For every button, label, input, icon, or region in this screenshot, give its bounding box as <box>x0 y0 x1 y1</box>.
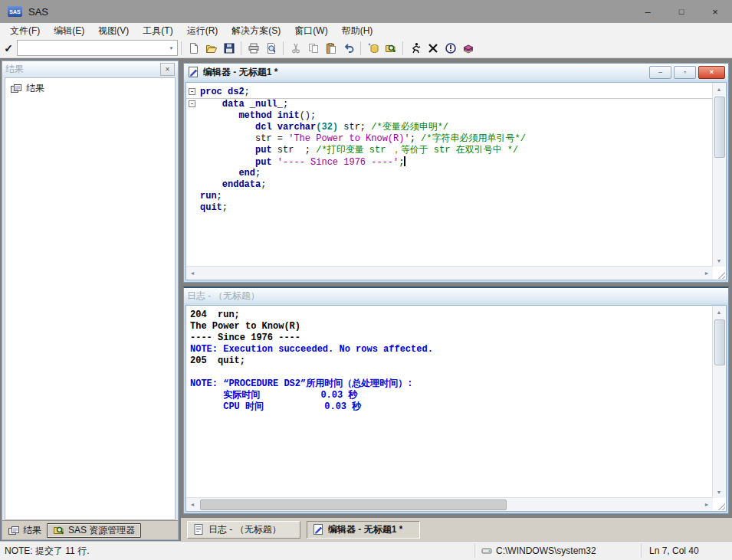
toolbar-separator <box>241 41 241 55</box>
code-line[interactable]: put str ; /*打印变量 str ，等价于 str 在双引号中 */ <box>186 145 713 156</box>
clear-icon <box>427 42 439 54</box>
code-token <box>200 157 255 168</box>
minimize-button[interactable]: – <box>631 0 665 23</box>
log-vertical-scrollbar[interactable]: ▲ ▼ <box>712 306 726 498</box>
menu-item-3[interactable]: 工具(T) <box>136 23 179 38</box>
code-line[interactable]: put '---- Since 1976 ----'; <box>186 156 713 168</box>
cut-button[interactable] <box>287 40 304 57</box>
sas-explorer-button[interactable] <box>382 40 399 57</box>
code-area[interactable]: -proc ds2;- data _null_; method init(); … <box>186 83 713 267</box>
print-button[interactable] <box>245 40 262 57</box>
copy-button[interactable] <box>304 40 322 57</box>
status-path: C:\WINDOWS\system32 <box>496 545 596 556</box>
results-panel-tabs: 结果SAS 资源管理器 <box>2 520 178 539</box>
save-icon <box>223 42 235 54</box>
results-panel-close-icon[interactable]: × <box>160 63 175 76</box>
code-line[interactable]: dcl varchar(32) str; /*变量必须申明*/ <box>186 122 713 133</box>
code-line[interactable]: -proc ds2; <box>186 87 713 99</box>
clear-button[interactable] <box>424 40 441 57</box>
save-button[interactable] <box>220 40 238 57</box>
code-line[interactable]: method init(); <box>186 110 713 122</box>
menu-item-6[interactable]: 窗口(W) <box>287 23 334 38</box>
scroll-up-icon[interactable]: ▲ <box>713 306 725 318</box>
window-bar-button-log[interactable]: 日志 - （无标题） <box>187 521 300 539</box>
code-token: 'The Power to Know(R)' <box>288 133 409 144</box>
fold-collapse-icon[interactable]: - <box>189 100 195 107</box>
editor-horizontal-scrollbar[interactable]: ◄ ► <box>186 266 713 280</box>
log-title: 日志 - （无标题） <box>187 290 260 303</box>
code-line[interactable]: run; <box>186 191 713 202</box>
window-bar-button-editor[interactable]: 编辑器 - 无标题1 * <box>307 521 420 539</box>
tree-item-results[interactable]: 结果 <box>5 78 175 95</box>
scroll-down-icon[interactable]: ▼ <box>713 486 725 498</box>
editor-icon <box>312 523 324 535</box>
resize-grip[interactable] <box>716 270 725 279</box>
scroll-left-icon[interactable]: ◄ <box>186 267 199 279</box>
code-token: str = <box>200 133 288 144</box>
editor-vertical-scrollbar[interactable]: ▲ ▼ <box>712 83 726 267</box>
code-token: /*字符串必须用单引号*/ <box>421 133 526 144</box>
scroll-down-icon[interactable]: ▼ <box>713 254 725 267</box>
sas-logo-icon: SAS <box>8 6 22 17</box>
menu-item-2[interactable]: 视图(V) <box>91 23 136 38</box>
menu-item-7[interactable]: 帮助(H) <box>335 23 380 38</box>
scroll-right-icon[interactable]: ► <box>701 267 713 279</box>
submit-button[interactable] <box>406 40 424 57</box>
toolbar-separator <box>181 41 182 55</box>
log-line: NOTE: “PROCEDURE DS2”所用时间（总处理时间）: <box>190 378 713 390</box>
code-token: data _null_ <box>222 99 283 110</box>
code-line[interactable]: str = 'The Power to Know(R)'; /*字符串必须用单引… <box>186 133 713 145</box>
code-token: ; <box>222 202 228 213</box>
code-line[interactable]: - data _null_; <box>186 99 713 110</box>
scroll-right-icon[interactable]: ► <box>701 498 713 510</box>
undo-button[interactable] <box>340 40 357 57</box>
log-area[interactable]: 204 run;The Power to Know(R)---- Since 1… <box>186 306 713 498</box>
help-button[interactable] <box>459 40 477 57</box>
menu-item-4[interactable]: 运行(R) <box>180 23 225 38</box>
code-token: run <box>200 191 217 201</box>
menu-item-1[interactable]: 编辑(E) <box>47 23 91 38</box>
code-line[interactable]: enddata; <box>186 179 713 191</box>
print-preview-button[interactable] <box>262 40 280 57</box>
new-document-button[interactable] <box>185 40 202 57</box>
command-input[interactable] <box>18 42 166 54</box>
editor-restore-button[interactable]: ▫ <box>674 66 696 79</box>
maximize-button[interactable]: □ <box>665 0 698 23</box>
command-check-icon[interactable]: ✓ <box>0 42 17 54</box>
results-icon <box>10 83 22 94</box>
close-button[interactable]: × <box>698 0 732 23</box>
code-token: ; <box>283 99 288 110</box>
fold-collapse-icon[interactable]: - <box>189 88 195 95</box>
code-token <box>200 179 222 190</box>
log-hscroll-thumb[interactable] <box>200 499 507 510</box>
scroll-left-icon[interactable]: ◄ <box>186 498 199 510</box>
log-vscroll-thumb[interactable] <box>714 319 725 365</box>
editor-close-button[interactable]: × <box>698 66 725 79</box>
log-line: 205 quit; <box>190 355 713 367</box>
results-tree[interactable]: 结果 <box>5 77 176 520</box>
editor-minimize-button[interactable]: – <box>649 66 671 79</box>
new-library-button[interactable] <box>364 40 382 57</box>
editor-vscroll-thumb[interactable] <box>714 97 725 158</box>
resize-grip[interactable] <box>716 501 725 510</box>
code-line[interactable]: quit; <box>186 202 713 214</box>
break-button[interactable] <box>441 40 459 57</box>
code-token: str ; <box>272 145 317 156</box>
menu-item-0[interactable]: 文件(F) <box>3 23 47 38</box>
panel-tab-sas-explorer[interactable]: SAS 资源管理器 <box>47 523 141 538</box>
toolbar-separator <box>283 41 284 55</box>
paste-button[interactable] <box>322 40 340 57</box>
open-folder-button[interactable] <box>202 40 220 57</box>
code-token: /*打印变量 str ，等价于 str 在双引号中 */ <box>316 145 518 156</box>
code-token: quit <box>200 202 222 213</box>
command-combobox[interactable]: ▼ <box>17 40 178 56</box>
panel-tab-results[interactable]: 结果 <box>2 523 47 538</box>
break-icon <box>445 42 457 54</box>
menu-item-5[interactable]: 解决方案(S) <box>225 23 287 38</box>
toolbar-separator <box>360 41 361 55</box>
code-line[interactable]: end; <box>186 168 713 179</box>
chevron-down-icon[interactable]: ▼ <box>166 41 177 54</box>
log-horizontal-scrollbar[interactable]: ◄ ► <box>186 497 713 511</box>
scroll-up-icon[interactable]: ▲ <box>713 83 725 95</box>
undo-icon <box>343 42 355 54</box>
